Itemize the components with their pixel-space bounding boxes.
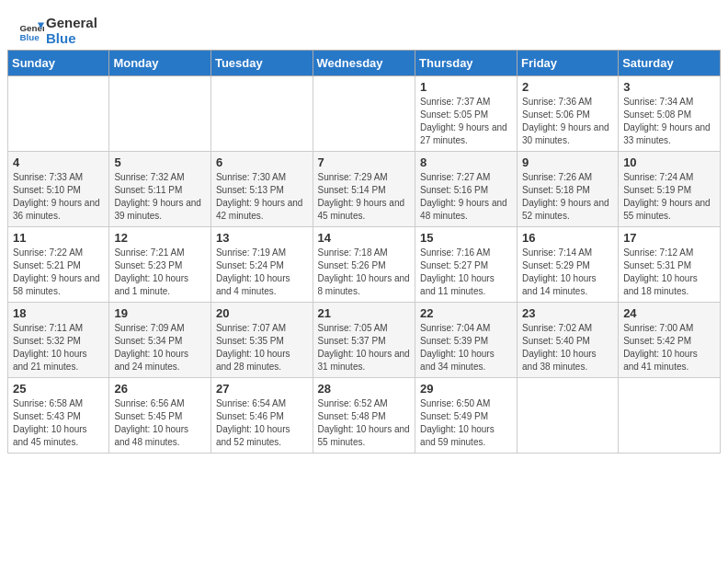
day-info: Sunrise: 7:29 AM Sunset: 5:14 PM Dayligh… (318, 171, 411, 223)
calendar-week-row: 18Sunrise: 7:11 AM Sunset: 5:32 PM Dayli… (8, 303, 721, 378)
calendar-cell (109, 76, 211, 152)
day-info: Sunrise: 7:21 AM Sunset: 5:23 PM Dayligh… (114, 247, 206, 298)
day-info: Sunrise: 7:27 AM Sunset: 5:16 PM Dayligh… (420, 171, 512, 223)
calendar-cell: 1Sunrise: 7:37 AM Sunset: 5:05 PM Daylig… (415, 76, 518, 152)
svg-text:Blue: Blue (19, 32, 40, 42)
logo-icon: General Blue (18, 17, 44, 43)
day-number: 28 (318, 382, 411, 396)
day-info: Sunrise: 6:54 AM Sunset: 5:46 PM Dayligh… (216, 397, 308, 449)
day-info: Sunrise: 7:07 AM Sunset: 5:35 PM Dayligh… (216, 322, 308, 373)
calendar-cell: 26Sunrise: 6:56 AM Sunset: 5:45 PM Dayli… (109, 378, 211, 454)
calendar-cell: 18Sunrise: 7:11 AM Sunset: 5:32 PM Dayli… (8, 303, 109, 378)
day-info: Sunrise: 7:34 AM Sunset: 5:08 PM Dayligh… (623, 96, 715, 147)
day-number: 27 (216, 382, 308, 396)
day-number: 3 (623, 80, 715, 94)
day-header-thursday: Thursday (415, 51, 518, 76)
day-number: 11 (13, 231, 104, 245)
calendar-week-row: 25Sunrise: 6:58 AM Sunset: 5:43 PM Dayli… (8, 378, 721, 454)
calendar-cell: 21Sunrise: 7:05 AM Sunset: 5:37 PM Dayli… (313, 303, 415, 378)
day-number: 10 (623, 155, 715, 169)
day-number: 8 (420, 155, 512, 169)
calendar-week-row: 4Sunrise: 7:33 AM Sunset: 5:10 PM Daylig… (8, 152, 721, 227)
day-header-sunday: Sunday (8, 51, 109, 76)
day-number: 7 (318, 155, 411, 169)
calendar-cell: 25Sunrise: 6:58 AM Sunset: 5:43 PM Dayli… (8, 378, 109, 454)
calendar-cell: 3Sunrise: 7:34 AM Sunset: 5:08 PM Daylig… (619, 76, 721, 152)
calendar-cell: 19Sunrise: 7:09 AM Sunset: 5:34 PM Dayli… (109, 303, 211, 378)
day-info: Sunrise: 7:30 AM Sunset: 5:13 PM Dayligh… (216, 171, 308, 223)
day-info: Sunrise: 6:58 AM Sunset: 5:43 PM Dayligh… (13, 397, 104, 449)
day-number: 26 (114, 382, 206, 396)
day-number: 2 (522, 80, 613, 94)
day-number: 15 (420, 231, 512, 245)
day-info: Sunrise: 7:26 AM Sunset: 5:18 PM Dayligh… (522, 171, 613, 223)
day-info: Sunrise: 7:37 AM Sunset: 5:05 PM Dayligh… (420, 96, 512, 147)
calendar-table: SundayMondayTuesdayWednesdayThursdayFrid… (7, 50, 721, 454)
calendar-cell: 20Sunrise: 7:07 AM Sunset: 5:35 PM Dayli… (210, 303, 313, 378)
calendar-cell: 16Sunrise: 7:14 AM Sunset: 5:29 PM Dayli… (518, 227, 619, 303)
day-info: Sunrise: 7:02 AM Sunset: 5:40 PM Dayligh… (522, 322, 613, 373)
day-number: 16 (522, 231, 613, 245)
day-info: Sunrise: 7:00 AM Sunset: 5:42 PM Dayligh… (623, 322, 715, 373)
day-info: Sunrise: 7:22 AM Sunset: 5:21 PM Dayligh… (13, 247, 104, 298)
day-number: 20 (216, 306, 308, 320)
calendar-cell: 24Sunrise: 7:00 AM Sunset: 5:42 PM Dayli… (619, 303, 721, 378)
calendar-cell: 9Sunrise: 7:26 AM Sunset: 5:18 PM Daylig… (518, 152, 619, 227)
calendar-cell: 12Sunrise: 7:21 AM Sunset: 5:23 PM Dayli… (109, 227, 211, 303)
calendar-cell (8, 76, 109, 152)
day-number: 9 (522, 155, 613, 169)
logo: General Blue General Blue (18, 15, 97, 46)
day-header-saturday: Saturday (619, 51, 721, 76)
calendar-cell: 17Sunrise: 7:12 AM Sunset: 5:31 PM Dayli… (619, 227, 721, 303)
calendar-cell: 14Sunrise: 7:18 AM Sunset: 5:26 PM Dayli… (313, 227, 415, 303)
day-number: 4 (13, 155, 104, 169)
day-number: 25 (13, 382, 104, 396)
day-info: Sunrise: 6:52 AM Sunset: 5:48 PM Dayligh… (318, 397, 411, 449)
calendar-cell (518, 378, 619, 454)
calendar-cell: 2Sunrise: 7:36 AM Sunset: 5:06 PM Daylig… (518, 76, 619, 152)
calendar-cell: 29Sunrise: 6:50 AM Sunset: 5:49 PM Dayli… (415, 378, 518, 454)
day-number: 23 (522, 306, 613, 320)
day-number: 6 (216, 155, 308, 169)
calendar-week-row: 1Sunrise: 7:37 AM Sunset: 5:05 PM Daylig… (8, 76, 721, 152)
page-header: General Blue General Blue (0, 0, 728, 50)
calendar-cell: 4Sunrise: 7:33 AM Sunset: 5:10 PM Daylig… (8, 152, 109, 227)
day-info: Sunrise: 7:36 AM Sunset: 5:06 PM Dayligh… (522, 96, 613, 147)
day-number: 19 (114, 306, 206, 320)
calendar-cell (619, 378, 721, 454)
day-number: 1 (420, 80, 512, 94)
calendar-cell (313, 76, 415, 152)
day-info: Sunrise: 7:04 AM Sunset: 5:39 PM Dayligh… (420, 322, 512, 373)
day-header-tuesday: Tuesday (210, 51, 313, 76)
day-info: Sunrise: 7:11 AM Sunset: 5:32 PM Dayligh… (13, 322, 104, 373)
day-number: 5 (114, 155, 206, 169)
day-info: Sunrise: 7:19 AM Sunset: 5:24 PM Dayligh… (216, 247, 308, 298)
logo-blue: Blue (46, 30, 97, 46)
calendar-header-row: SundayMondayTuesdayWednesdayThursdayFrid… (8, 51, 721, 76)
calendar-cell (210, 76, 313, 152)
day-info: Sunrise: 7:14 AM Sunset: 5:29 PM Dayligh… (522, 247, 613, 298)
day-number: 12 (114, 231, 206, 245)
day-info: Sunrise: 7:12 AM Sunset: 5:31 PM Dayligh… (623, 247, 715, 298)
calendar-cell: 10Sunrise: 7:24 AM Sunset: 5:19 PM Dayli… (619, 152, 721, 227)
calendar-cell: 8Sunrise: 7:27 AM Sunset: 5:16 PM Daylig… (415, 152, 518, 227)
day-number: 17 (623, 231, 715, 245)
day-info: Sunrise: 7:33 AM Sunset: 5:10 PM Dayligh… (13, 171, 104, 223)
day-info: Sunrise: 6:50 AM Sunset: 5:49 PM Dayligh… (420, 397, 512, 449)
logo-general: General (46, 15, 97, 30)
day-header-wednesday: Wednesday (313, 51, 415, 76)
calendar-cell: 11Sunrise: 7:22 AM Sunset: 5:21 PM Dayli… (8, 227, 109, 303)
day-number: 14 (318, 231, 411, 245)
calendar-cell: 5Sunrise: 7:32 AM Sunset: 5:11 PM Daylig… (109, 152, 211, 227)
calendar-cell: 13Sunrise: 7:19 AM Sunset: 5:24 PM Dayli… (210, 227, 313, 303)
day-info: Sunrise: 7:18 AM Sunset: 5:26 PM Dayligh… (318, 247, 411, 298)
day-info: Sunrise: 7:32 AM Sunset: 5:11 PM Dayligh… (114, 171, 206, 223)
day-number: 21 (318, 306, 411, 320)
calendar-week-row: 11Sunrise: 7:22 AM Sunset: 5:21 PM Dayli… (8, 227, 721, 303)
day-header-monday: Monday (109, 51, 211, 76)
day-info: Sunrise: 6:56 AM Sunset: 5:45 PM Dayligh… (114, 397, 206, 449)
day-info: Sunrise: 7:24 AM Sunset: 5:19 PM Dayligh… (623, 171, 715, 223)
calendar-cell: 22Sunrise: 7:04 AM Sunset: 5:39 PM Dayli… (415, 303, 518, 378)
calendar-cell: 28Sunrise: 6:52 AM Sunset: 5:48 PM Dayli… (313, 378, 415, 454)
day-number: 18 (13, 306, 104, 320)
